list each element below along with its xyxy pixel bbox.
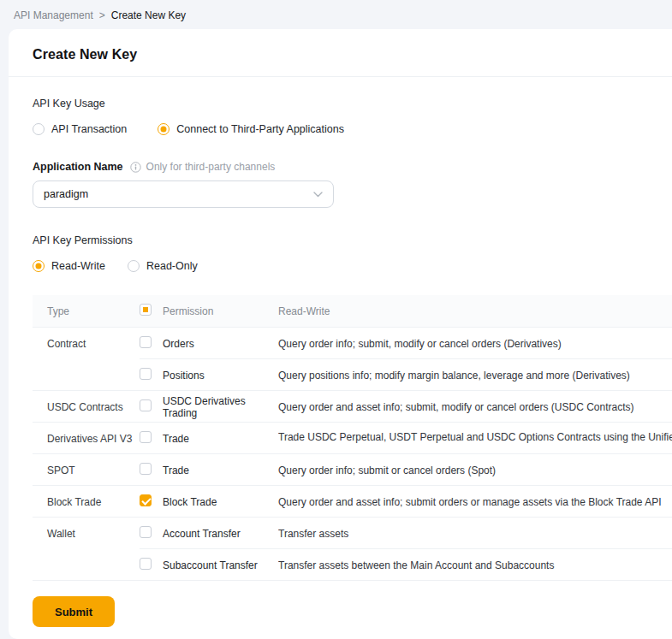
submit-button[interactable]: Submit xyxy=(33,596,115,627)
radio-label: API Transaction xyxy=(51,123,127,135)
page-title: Create New Key xyxy=(33,47,648,62)
description-cell: Query order info; submit, modify or canc… xyxy=(278,338,672,350)
type-cell: Wallet xyxy=(33,528,140,540)
row-checkbox[interactable] xyxy=(140,336,152,348)
permission-cell: Trade xyxy=(163,464,278,476)
chevron-down-icon xyxy=(313,192,323,198)
api-key-permissions-label: API Key Permissions xyxy=(33,234,672,246)
permission-cell: Block Trade xyxy=(163,496,278,508)
description-cell: Query order and asset info; submit order… xyxy=(278,496,672,508)
info-icon xyxy=(130,162,141,173)
permission-cell: Subaccount Transfer xyxy=(163,559,278,571)
application-name-row: Application Name Only for third-party ch… xyxy=(33,161,672,173)
api-key-permissions-options: Read-WriteRead-Only xyxy=(33,260,672,272)
permission-cell: Positions xyxy=(163,370,278,382)
radio-icon xyxy=(128,260,140,272)
permission-cell: Trade xyxy=(163,433,278,445)
breadcrumb-separator: > xyxy=(99,9,105,21)
create-key-card: Create New Key API Key Usage API Transac… xyxy=(9,29,672,639)
breadcrumb: API Management > Create New Key xyxy=(0,0,672,29)
type-cell: SPOT xyxy=(33,464,140,476)
application-name-hint: Only for third-party channels xyxy=(146,161,276,173)
row-checkbox[interactable] xyxy=(140,463,152,475)
table-row: Subaccount Transfer Transfer assets betw… xyxy=(33,549,672,581)
radio-label: Connect to Third-Party Applications xyxy=(176,123,344,135)
radio-read-write[interactable]: Read-Write xyxy=(33,260,105,272)
readwrite-column-header: Read-Write xyxy=(278,305,672,317)
radio-api-transaction[interactable]: API Transaction xyxy=(33,123,127,135)
card-body: API Key Usage API TransactionConnect to … xyxy=(9,98,672,639)
type-cell: Contract xyxy=(33,338,140,350)
radio-icon xyxy=(33,123,45,135)
api-key-usage-options: API TransactionConnect to Third-Party Ap… xyxy=(33,123,672,135)
table-row: Block Trade Block Trade Query order and … xyxy=(33,486,672,518)
application-name-label: Application Name xyxy=(33,161,123,173)
description-cell: Query order info; submit or cancel order… xyxy=(278,464,672,476)
breadcrumb-current: Create New Key xyxy=(111,9,186,21)
radio-connect-third-party[interactable]: Connect to Third-Party Applications xyxy=(158,123,344,135)
table-row: USDC Contracts USDC Derivatives Trading … xyxy=(33,391,672,423)
breadcrumb-api-management[interactable]: API Management xyxy=(14,9,93,21)
radio-icon xyxy=(33,260,45,272)
row-divider xyxy=(33,580,672,581)
table-body: Contract Orders Query order info; submit… xyxy=(33,328,672,581)
description-cell: Query order and asset info; submit, modi… xyxy=(278,401,672,413)
radio-read-only[interactable]: Read-Only xyxy=(128,260,198,272)
card-header: Create New Key xyxy=(9,29,672,77)
description-cell: Trade USDC Perpetual, USDT Perpetual and… xyxy=(278,431,672,446)
description-cell: Transfer assets xyxy=(278,528,672,540)
type-cell: Block Trade xyxy=(33,496,140,508)
row-checkbox[interactable] xyxy=(140,558,152,570)
select-all-checkbox[interactable] xyxy=(140,304,152,316)
row-checkbox[interactable] xyxy=(140,494,152,506)
application-name-select[interactable]: paradigm xyxy=(33,180,334,208)
table-row: Derivatives API V3 Trade Trade USDC Perp… xyxy=(33,423,672,454)
permission-cell: Account Transfer xyxy=(163,528,278,540)
row-checkbox[interactable] xyxy=(140,526,152,538)
permissions-table: Type Permission Read-Write Contract Orde… xyxy=(33,295,672,581)
radio-label: Read-Only xyxy=(146,260,198,272)
row-checkbox[interactable] xyxy=(140,368,152,380)
description-cell: Query positions info; modify margin bala… xyxy=(278,370,672,382)
description-cell: Transfer assets between the Main Account… xyxy=(278,559,672,571)
application-name-value: paradigm xyxy=(44,188,88,200)
table-row: Contract Orders Query order info; submit… xyxy=(33,328,672,359)
type-column-header: Type xyxy=(33,305,140,317)
row-checkbox[interactable] xyxy=(140,399,152,411)
radio-label: Read-Write xyxy=(51,260,105,272)
permission-column-header: Permission xyxy=(163,305,278,317)
type-cell: Derivatives API V3 xyxy=(33,433,140,445)
permission-cell: USDC Derivatives Trading xyxy=(163,395,278,419)
radio-icon xyxy=(158,123,169,135)
row-checkbox[interactable] xyxy=(140,431,152,443)
table-row: SPOT Trade Query order info; submit or c… xyxy=(33,454,672,486)
type-cell: USDC Contracts xyxy=(33,401,140,413)
table-row: Wallet Account Transfer Transfer assets xyxy=(33,518,672,549)
table-row: Positions Query positions info; modify m… xyxy=(33,359,672,391)
table-header-row: Type Permission Read-Write xyxy=(33,295,672,328)
api-key-usage-label: API Key Usage xyxy=(33,98,672,109)
permission-cell: Orders xyxy=(163,338,278,350)
